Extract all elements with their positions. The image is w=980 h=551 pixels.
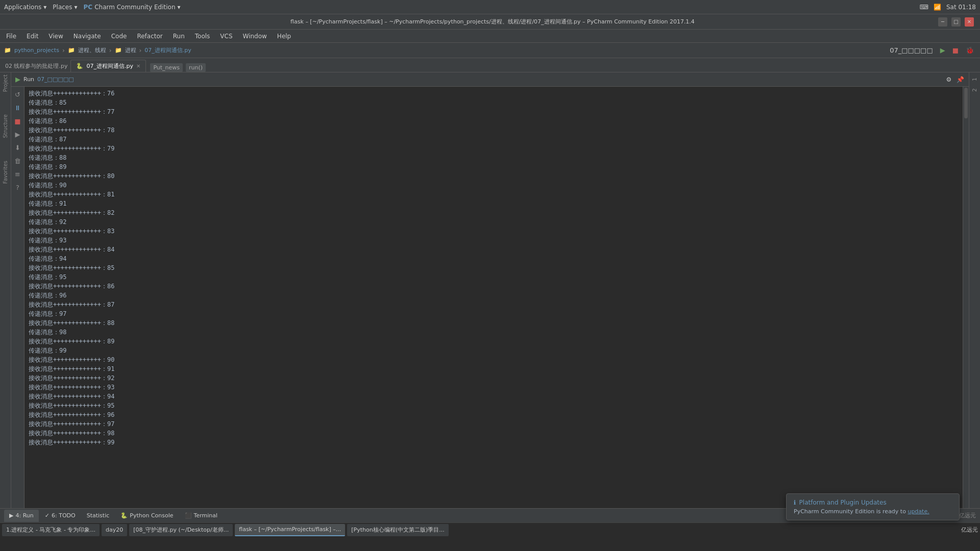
- stop-icon[interactable]: ■: [12, 115, 23, 127]
- console-line: 传递消息：97: [29, 309, 959, 318]
- taskbar-item-2[interactable]: [08_守护进程.py (~/Desktop/老师...: [129, 524, 233, 536]
- run-config-dropdown[interactable]: 07_□□□□□: [888, 45, 935, 55]
- console-line: 接收消息+++++++++++++：89: [29, 337, 959, 346]
- taskbar-item-1[interactable]: day20: [102, 524, 127, 536]
- scrollbar-thumb[interactable]: [964, 88, 968, 118]
- stop-button[interactable]: ■: [950, 45, 961, 55]
- console-line: 传递消息：87: [29, 135, 959, 144]
- run-toolbar-right: ⚙ 📌: [944, 75, 965, 84]
- run-toolbar-left: ▶ Run 07_□□□□□: [15, 76, 74, 83]
- console-line: 接收消息+++++++++++++：98: [29, 429, 959, 438]
- console-line: 接收消息+++++++++++++：88: [29, 318, 959, 328]
- taskbar-item-0[interactable]: 1.进程定义 - 马克飞象 - 专为印象...: [2, 524, 100, 536]
- file-tab-icon: 🐍: [76, 63, 83, 69]
- run-button[interactable]: ▶: [938, 45, 947, 55]
- project-vertical-tab[interactable]: Project: [3, 74, 8, 92]
- run-panel: ▶ Run 07_□□□□□ ⚙ 📌 ↺ ⏸ ■ ▶ ⬇ 🗑 ≡ ?: [11, 72, 969, 508]
- menu-item-help[interactable]: Help: [273, 32, 295, 41]
- bottom-tab-label-0: 4: Run: [15, 512, 33, 519]
- favorites-vertical-tab[interactable]: Favorites: [3, 161, 8, 184]
- right-tab-1[interactable]: 1: [970, 74, 979, 84]
- menu-item-navigate[interactable]: Navigate: [69, 32, 105, 41]
- notification-body-text: PyCharm Community Edition is ready to: [794, 508, 906, 515]
- settings-icon[interactable]: ⚙: [944, 75, 953, 84]
- bottom-tab-3[interactable]: 🐍Python Console: [115, 510, 178, 522]
- menu-item-view[interactable]: View: [44, 32, 67, 41]
- bottom-tab-label-2: Statistic: [87, 512, 110, 519]
- console-line: 接收消息+++++++++++++：95: [29, 401, 959, 410]
- notification-update-link[interactable]: update.: [908, 508, 929, 515]
- console-line: 接收消息+++++++++++++：78: [29, 126, 959, 135]
- right-sidebar: 1 2: [969, 72, 980, 508]
- console-line: 传递消息：95: [29, 272, 959, 282]
- pause-icon[interactable]: ⏸: [12, 102, 23, 113]
- console-line: 接收消息+++++++++++++：94: [29, 392, 959, 401]
- menu-item-vcs[interactable]: VCS: [216, 32, 236, 41]
- console-line: 传递消息：93: [29, 236, 959, 245]
- console-line: 传递消息：98: [29, 328, 959, 337]
- applications-menu[interactable]: Applications ▾: [4, 4, 46, 11]
- menu-item-refactor[interactable]: Refactor: [133, 32, 166, 41]
- bottom-tab-4[interactable]: ⬛Terminal: [180, 510, 223, 522]
- run-config-name: 07_□□□□□: [37, 76, 74, 83]
- bottom-tab-label-4: Terminal: [194, 512, 218, 519]
- keyboard-icon: ⌨: [920, 4, 928, 11]
- console-line: 传递消息：96: [29, 291, 959, 300]
- breadcrumb-folder-icon: 📁: [68, 47, 75, 54]
- active-file-tab[interactable]: 🐍 07_进程间通信.py ✕: [70, 60, 146, 72]
- maximize-button[interactable]: □: [951, 17, 961, 27]
- close-tab-button[interactable]: ✕: [136, 63, 140, 69]
- clear-icon[interactable]: 🗑: [12, 155, 23, 166]
- menu-bar: FileEditViewNavigateCodeRefactorRunTools…: [0, 30, 980, 43]
- places-menu[interactable]: Places ▾: [53, 4, 77, 11]
- right-tab-2[interactable]: 2: [970, 85, 979, 95]
- menu-item-tools[interactable]: Tools: [191, 32, 214, 41]
- console-line: 接收消息+++++++++++++：80: [29, 171, 959, 181]
- pin-icon[interactable]: 📌: [955, 75, 965, 84]
- bottom-tab-1[interactable]: ✓6: TODO: [40, 510, 81, 522]
- console-line: 接收消息+++++++++++++：81: [29, 190, 959, 199]
- bottom-tab-label-3: Python Console: [130, 512, 173, 519]
- bottom-tab-0[interactable]: ▶4: Run: [4, 510, 39, 522]
- console-line: 接收消息+++++++++++++：76: [29, 89, 959, 98]
- menu-item-window[interactable]: Window: [239, 32, 271, 41]
- scroll-end-icon[interactable]: ⬇: [12, 142, 23, 153]
- bottom-tab-icon-3: 🐍: [120, 512, 128, 519]
- close-button[interactable]: ✕: [965, 17, 974, 27]
- network-icon: 📶: [934, 4, 941, 11]
- run-fn-btn[interactable]: run(): [186, 63, 206, 72]
- bottom-tab-2[interactable]: Statistic: [82, 510, 115, 522]
- filter-icon[interactable]: ≡: [12, 168, 23, 180]
- ide-arrow: ▾: [178, 4, 181, 11]
- toolbar-right: 07_□□□□□ ▶ ■ 🐞: [888, 45, 976, 55]
- console-line: 接收消息+++++++++++++：85: [29, 263, 959, 272]
- scrollbar-track[interactable]: [963, 87, 969, 508]
- console-line: 接收消息+++++++++++++：87: [29, 300, 959, 309]
- menu-item-run[interactable]: Run: [169, 32, 189, 41]
- applications-arrow: ▾: [43, 4, 46, 11]
- breadcrumb-folder2-icon: 📁: [115, 47, 122, 54]
- ide-menu[interactable]: PC Charm Community Edition ▾: [84, 4, 181, 11]
- breadcrumb-part1: 进程、线程: [78, 46, 106, 54]
- menu-item-file[interactable]: File: [2, 32, 20, 41]
- taskbar-item-4[interactable]: [Python核心编程(中文第二版)季目...: [347, 524, 449, 536]
- taskbar-item-3[interactable]: flask – [~/PycharmProjects/flask] –...: [235, 524, 345, 536]
- console-line: 传递消息：99: [29, 346, 959, 355]
- rerun-icon[interactable]: ↺: [12, 89, 23, 100]
- help-icon[interactable]: ?: [12, 182, 23, 193]
- notification-title-text: Platform and Plugin Updates: [799, 499, 887, 506]
- debug-button[interactable]: 🐞: [964, 45, 976, 55]
- prev-file-tab[interactable]: 02 线程参与的批处理.py: [2, 60, 70, 72]
- console-line: 传递消息：86: [29, 116, 959, 126]
- run-indicator-icon: ▶: [15, 76, 20, 83]
- put-news-btn[interactable]: Put_news: [150, 63, 183, 72]
- resume-icon[interactable]: ▶: [12, 129, 23, 140]
- menu-item-code[interactable]: Code: [107, 32, 131, 41]
- minimize-button[interactable]: ─: [938, 17, 947, 27]
- window-title: flask – [~/PycharmProjects/flask] – ~/Py…: [47, 18, 938, 26]
- console-line: 接收消息+++++++++++++：86: [29, 282, 959, 291]
- breadcrumb-sep3: ›: [139, 47, 142, 54]
- system-bar-left: Applications ▾ Places ▾ PC Charm Communi…: [4, 4, 181, 11]
- structure-vertical-tab[interactable]: Structure: [3, 114, 8, 138]
- menu-item-edit[interactable]: Edit: [22, 32, 42, 41]
